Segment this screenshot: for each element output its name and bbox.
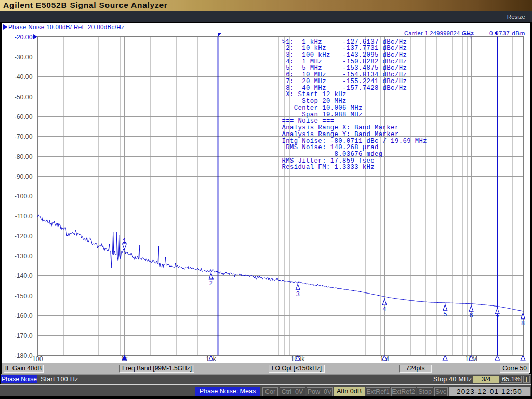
svg-text:4: 4	[382, 306, 387, 313]
svg-text:3: 3	[296, 291, 300, 298]
svg-text:5: 5	[443, 311, 447, 318]
svg-text:100: 100	[32, 355, 43, 363]
svg-text:1: 1	[123, 237, 127, 245]
svg-text:8: 8	[521, 320, 525, 327]
svg-text:7: 7	[496, 315, 500, 322]
svg-text:2: 2	[209, 280, 214, 287]
svg-text:6: 6	[469, 312, 473, 320]
